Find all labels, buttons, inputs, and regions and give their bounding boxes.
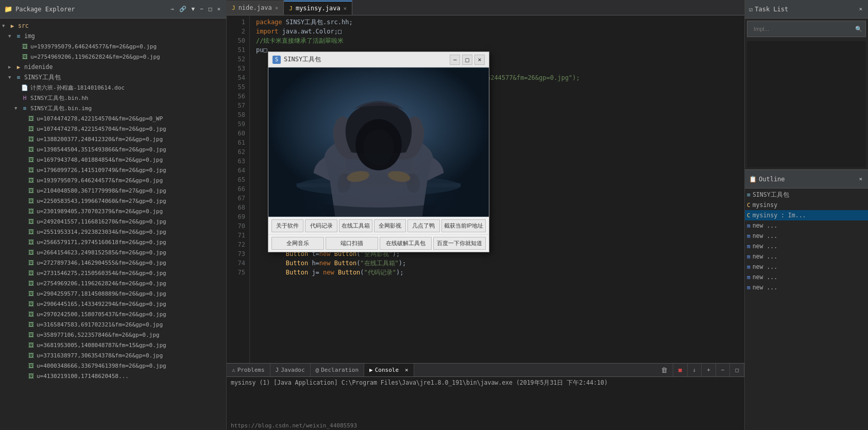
outline-item-new4[interactable]: m new ...: [745, 251, 868, 262]
btn-time[interactable]: 几点了鸭: [407, 219, 439, 232]
package-tree: ▼ ▶ src ▼ ≡ img 🖼 u=1939795079,646244577…: [0, 19, 226, 430]
btn-port-scan[interactable]: 端口扫描: [326, 237, 378, 250]
stop-console-btn[interactable]: ■: [673, 364, 688, 376]
outline-label: Outline: [759, 176, 785, 183]
outline-close-btn[interactable]: ×: [857, 175, 864, 183]
tree-item-bin-img[interactable]: ▼ ≡ SINSY工具包.bin.img: [0, 103, 226, 113]
outline-item-new7[interactable]: m new ...: [745, 282, 868, 293]
tree-item-binimg-19[interactable]: 🖼 u=2970242500,1580705437&fm=26&gp=0.jpg: [0, 309, 226, 319]
btn-about[interactable]: 关于软件: [271, 219, 303, 232]
tree-item-binimg-20[interactable]: 🖼 u=3165847583,691702321&fm=26&gp=0.jpg: [0, 319, 226, 330]
view-menu-btn[interactable]: ▼: [190, 5, 197, 13]
tab-close-nide[interactable]: ×: [275, 5, 279, 11]
scroll-lock-btn[interactable]: ⇓: [688, 364, 702, 376]
tree-item-binimg-3[interactable]: 🖼 u=1398544504,3515493866&fm=26&gp=0.jpg: [0, 144, 226, 154]
tree-item-nidenide[interactable]: ▶ ▶ nidenide: [0, 62, 226, 72]
outline-item-new2[interactable]: m new ...: [745, 231, 868, 241]
tree-item-binimg-23[interactable]: 🖼 u=3731638977,306354378&fm=26&gp=0.jpg: [0, 350, 226, 360]
package-icon: 📁: [4, 5, 12, 13]
outline-item-new3[interactable]: m new ...: [745, 241, 868, 251]
tab-console[interactable]: ▶ Console ×: [364, 364, 414, 376]
tree-item-binimg-0[interactable]: 🖼 u=1074474278,4221545704&fm=26&gp=0_WP: [0, 113, 226, 124]
btn-online-crack[interactable]: 在线破解工具包: [380, 237, 432, 250]
dialog-maximize-btn[interactable]: □: [462, 55, 472, 65]
collapse-all-btn[interactable]: ⇒: [169, 5, 176, 13]
file-icon-binimg-7: 🖼: [27, 187, 35, 194]
link-editor-btn[interactable]: 🔗: [178, 5, 188, 13]
line-num-62: 62: [227, 147, 245, 157]
tree-item-binimg-14[interactable]: 🖼 u=2727897346,1462904555&fm=26&gp=0.jpg: [0, 257, 226, 268]
outline-item-new5[interactable]: m new ...: [745, 262, 868, 272]
tab-close-mysinsy[interactable]: ×: [344, 5, 347, 12]
close-panel-btn[interactable]: ×: [215, 5, 222, 13]
tree-item-binimg-21[interactable]: 🖼 u=358977106,522357846&fm=26&gp=0.jpg: [0, 330, 226, 340]
tree-label-binimg-21: u=358977106,522357846&fm=26&gp=0.jpg: [37, 332, 159, 338]
btn-code-log[interactable]: 代码记录: [305, 219, 337, 232]
tree-item-hh[interactable]: H SINSY工具包.bin.hh: [0, 93, 226, 103]
tab-javadoc[interactable]: J Javadoc: [270, 364, 311, 376]
maximize-console-btn[interactable]: □: [730, 364, 744, 376]
outline-label-new4: new ...: [753, 253, 777, 260]
tree-item-binimg-1[interactable]: 🖼 u=1074474278,4221545704&fm=26&gp=0.jpg: [0, 124, 226, 134]
tree-item-binimg-5[interactable]: 🖼 u=1796099726,1415109749&fm=26&gp=0.jpg: [0, 165, 226, 175]
tree-item-doc[interactable]: 📄 计类六班-孙程鑫-1814010614.doc: [0, 82, 226, 93]
outline-item-mysinsy[interactable]: C mysinsy: [745, 200, 868, 210]
tree-item-binimg-11[interactable]: 🖼 u=2551953314,2923823034&fm=26&gp=0.jpg: [0, 227, 226, 237]
tree-item-binimg-4[interactable]: 🖼 u=1697943748,401884854&fm=26&gp=0.jpg: [0, 154, 226, 165]
tree-item-sinsy-pkg[interactable]: ▼ ≡ SINSY工具包: [0, 72, 226, 82]
outline-item-new6[interactable]: m new ...: [745, 272, 868, 282]
dialog-minimize-btn[interactable]: −: [450, 55, 460, 65]
tasklist-close-btn[interactable]: ×: [857, 5, 864, 13]
clear-console-btn[interactable]: 🗑: [656, 364, 673, 376]
new-console-btn[interactable]: +: [702, 364, 716, 376]
tree-item-binimg-13[interactable]: 🖼 u=2664154623,2498152585&fm=26&gp=0.jpg: [0, 247, 226, 257]
file-icon-binimg-8: 🖼: [27, 198, 35, 204]
tree-item-binimg-8[interactable]: 🖼 u=2250583543,1996674060&fm=27&gp=0.jpg: [0, 196, 226, 206]
btn-baidu[interactable]: 百度一下你就知道: [433, 237, 486, 250]
outline-header-icons: ×: [857, 175, 864, 183]
maximize-panel-btn[interactable]: □: [207, 5, 214, 13]
tree-item-binimg-2[interactable]: 🖼 u=1388200377,248412320&fm=26&gp=0.jpg: [0, 134, 226, 144]
tree-item-binimg-18[interactable]: 🖼 u=2906445165,1433492294&fm=26&gp=0.jpg: [0, 299, 226, 309]
minimize-console-btn[interactable]: −: [716, 364, 730, 376]
package-icon-img: ≡: [14, 33, 23, 40]
tab-mysinsy[interactable]: J mysinsy.java ×: [284, 1, 352, 15]
dialog-close-btn[interactable]: ×: [474, 55, 485, 65]
tasklist-header-icons: ×: [857, 5, 864, 13]
file-icon-binimg-13: 🖼: [27, 249, 35, 256]
btn-all-video[interactable]: 全网影视: [374, 219, 406, 232]
btn-online-tools[interactable]: 在线工具箱: [339, 219, 372, 232]
outline-item-new1[interactable]: m new ...: [745, 220, 868, 231]
tab-nide[interactable]: J nide.java ×: [227, 1, 284, 15]
minimize-panel-btn[interactable]: −: [198, 5, 205, 13]
tab-declaration[interactable]: @ Declaration: [311, 364, 364, 376]
tree-item-img1[interactable]: 🖼 u=1939795079,646244577&fm=26&gp=0.jpg: [0, 41, 226, 51]
outline-item-mysinsy-impl[interactable]: C mysinsy : Im...: [745, 210, 868, 220]
tree-label-binimg-12: u=2566579171,29745160618fm=26&gp=0.jpg: [37, 239, 166, 246]
outline-item-sinsy-pkg[interactable]: ≡ SINSY工具包: [745, 190, 868, 200]
tree-item-binimg-7[interactable]: 🖼 u=2104048580,3671779998&fm=27&gp=0.jpg: [0, 185, 226, 196]
tree-item-binimg-24[interactable]: 🖼 u=4000348666,33679461398fm=26&gp=0.jpg: [0, 360, 226, 371]
arrow-src: ▼: [2, 23, 8, 28]
file-icon-img1: 🖼: [21, 43, 29, 50]
tree-item-img2[interactable]: 🖼 u=2754969206,1196262824&fm=26&gp=0.jpg: [0, 51, 226, 62]
tree-item-src[interactable]: ▼ ▶ src: [0, 21, 226, 31]
console-close-btn[interactable]: ×: [405, 367, 409, 373]
btn-get-ip[interactable]: 截获当前IP地址: [441, 219, 486, 232]
task-list-content: [747, 41, 866, 167]
tree-item-binimg-17[interactable]: 🖼 u=2904259577,1814508889&fm=26&gp=0.jpg: [0, 288, 226, 299]
task-search-input[interactable]: [751, 24, 849, 33]
tree-item-img[interactable]: ▼ ≡ img: [0, 31, 226, 41]
line-num-56: 56: [227, 92, 245, 101]
tree-label-img1: u=1939795079,646244577&fm=26&gp=0.jpg: [30, 43, 157, 50]
tree-item-binimg-15[interactable]: 🖼 u=2731546275,2150560354&fm=26&gp=0.jpg: [0, 268, 226, 278]
tree-item-binimg-12[interactable]: 🖼 u=2566579171,29745160618fm=26&gp=0.jpg: [0, 237, 226, 247]
tree-item-binimg-6[interactable]: 🖼 u=1939795079,646244577&fm=26&gp=0.jpg: [0, 175, 226, 185]
tab-problems[interactable]: ⚠ Problems: [227, 364, 270, 376]
tree-item-binimg-25[interactable]: 🖼 u=4130219100,17148620458...: [0, 371, 226, 381]
tree-item-binimg-22[interactable]: 🖼 u=3681953005,1408048787&fm=15&gp=0.jpg: [0, 340, 226, 350]
tree-item-binimg-9[interactable]: 🖼 u=2301989405,370702379&fm=26&gp=0.jpg: [0, 206, 226, 216]
btn-all-music[interactable]: 全网音乐: [271, 237, 324, 250]
tree-item-binimg-16[interactable]: 🖼 u=2754969206,1196262824&fm=26&gp=0.jpg: [0, 278, 226, 288]
tree-item-binimg-10[interactable]: 🖼 u=2492041557,1166816270&fm=26&gp=0.jpg: [0, 216, 226, 227]
